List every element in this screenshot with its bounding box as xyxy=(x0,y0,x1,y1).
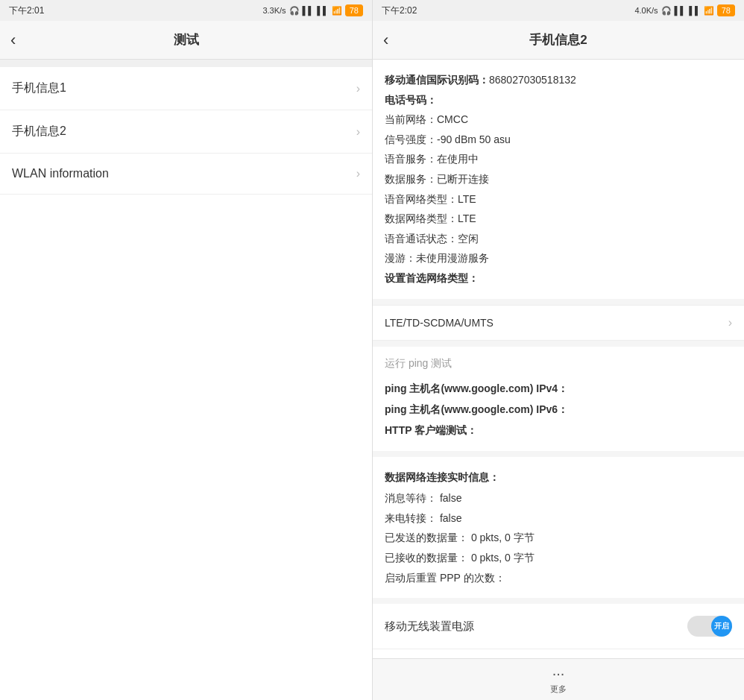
right-battery: 78 xyxy=(717,4,735,16)
imei-line: 移动通信国际识别码：868027030518132 xyxy=(385,70,732,90)
left-time: 下午2:01 xyxy=(9,4,44,17)
left-menu-list: 手机信息1 › 手机信息2 › WLAN information › xyxy=(0,67,372,700)
headphone-icon: 🎧 xyxy=(289,6,300,16)
ppp-resets-line: 启动后重置 PPP 的次数： xyxy=(385,568,732,588)
voice-network-type-line: 语音网络类型：LTE xyxy=(385,189,732,209)
right-nav-bar: ‹ 手机信息2 xyxy=(373,21,744,60)
chevron-right-icon-2: › xyxy=(356,125,360,139)
preferred-network-label: 设置首选网络类型： xyxy=(385,268,732,288)
signal-icon: ▌▌ xyxy=(303,6,315,15)
call-forward-line: 来电转接： false xyxy=(385,508,732,529)
more-icon: ··· xyxy=(552,665,565,682)
right-speed: 4.0K/s xyxy=(634,6,658,15)
switch-thumb-mobile-radio: 开启 xyxy=(711,616,732,637)
toggle-row-mobile-radio[interactable]: 移动无线装置电源 开启 xyxy=(373,604,744,649)
ping-ipv4: ping 主机名(www.google.com) IPv4： xyxy=(385,378,732,399)
right-content-area: 移动通信国际识别码：868027030518132 电话号码： 当前网络：CMC… xyxy=(373,60,744,658)
http-test: HTTP 客户端测试： xyxy=(385,420,732,441)
chevron-right-icon-1: › xyxy=(356,82,360,95)
toggle-label-mobile-radio: 移动无线装置电源 xyxy=(385,619,474,634)
network-type-value: LTE/TD-SCDMA/UMTS xyxy=(385,317,494,329)
right-time: 下午2:02 xyxy=(382,4,417,17)
right-wifi-icon: 📶 xyxy=(704,6,714,16)
toggle-switch-mobile-radio[interactable]: 开启 xyxy=(687,616,732,637)
menu-item-label-wlan-info: WLAN information xyxy=(12,167,109,180)
ping-section: 运行 ping 测试 ping 主机名(www.google.com) IPv4… xyxy=(373,347,744,451)
bottom-bar[interactable]: ··· 更多 xyxy=(373,658,744,700)
roaming-line: 漫游：未使用漫游服务 xyxy=(385,248,732,268)
msg-waiting-line: 消息等待： false xyxy=(385,488,732,508)
network-realtime-title: 数据网络连接实时信息： xyxy=(385,467,732,488)
right-back-button[interactable]: ‹ xyxy=(383,32,388,48)
network-type-selector[interactable]: LTE/TD-SCDMA/UMTS › xyxy=(373,305,744,341)
signal-strength-line: 信号强度：-90 dBm 50 asu xyxy=(385,130,732,150)
current-network-line: 当前网络：CMCC xyxy=(385,110,732,130)
more-label: 更多 xyxy=(550,684,567,695)
menu-item-wlan-info[interactable]: WLAN information › xyxy=(0,154,372,195)
network-realtime-block: 数据网络连接实时信息： 消息等待： false 来电转接： false 已发送的… xyxy=(373,457,744,599)
ping-title: 运行 ping 测试 xyxy=(385,357,732,371)
sent-data-line: 已发送的数据量： 0 pkts, 0 字节 xyxy=(385,528,732,548)
ping-ipv6: ping 主机名(www.google.com) IPv6： xyxy=(385,399,732,420)
toggle-row-volte[interactable]: 已配置 VoLTE 开启 xyxy=(373,649,744,658)
menu-item-label-phone-info1: 手机信息1 xyxy=(12,81,66,96)
left-speed: 3.3K/s xyxy=(262,6,286,15)
right-status-bar: 下午2:02 4.0K/s 🎧 ▌▌ ▌▌ 📶 78 xyxy=(373,0,744,21)
left-status-bar: 下午2:01 3.3K/s 🎧 ▌▌ ▌▌ 📶 78 xyxy=(0,0,372,21)
right-signal-icon: ▌▌ xyxy=(675,6,687,15)
menu-item-label-phone-info2: 手机信息2 xyxy=(12,124,66,139)
wifi-icon: 📶 xyxy=(332,6,342,16)
right-panel: 下午2:02 4.0K/s 🎧 ▌▌ ▌▌ 📶 78 ‹ 手机信息2 移动通信国… xyxy=(372,0,744,700)
right-nav-title: 手机信息2 xyxy=(529,31,587,48)
left-nav-title: 测试 xyxy=(174,31,199,48)
network-type-chevron-icon: › xyxy=(728,316,732,329)
data-network-type-line: 数据网络类型：LTE xyxy=(385,209,732,229)
switch-track-mobile-radio[interactable]: 开启 xyxy=(687,616,732,637)
left-battery: 78 xyxy=(345,4,363,16)
left-panel: 下午2:01 3.3K/s 🎧 ▌▌ ▌▌ 📶 78 ‹ 测试 手机信息1 › … xyxy=(0,0,372,700)
left-nav-bar: ‹ 测试 xyxy=(0,21,372,60)
right-status-icons: 4.0K/s 🎧 ▌▌ ▌▌ 📶 78 xyxy=(634,4,735,16)
chevron-right-icon-3: › xyxy=(356,167,360,180)
menu-item-phone-info2[interactable]: 手机信息2 › xyxy=(0,110,372,154)
right-signal-icon2: ▌▌ xyxy=(689,6,701,15)
right-headphone-icon: 🎧 xyxy=(661,6,672,16)
signal-icon2: ▌▌ xyxy=(317,6,329,15)
device-info-block: 移动通信国际识别码：868027030518132 电话号码： 当前网络：CMC… xyxy=(373,60,744,299)
menu-item-phone-info1[interactable]: 手机信息1 › xyxy=(0,67,372,110)
voice-service-line: 语音服务：在使用中 xyxy=(385,149,732,169)
left-status-icons: 3.3K/s 🎧 ▌▌ ▌▌ 📶 78 xyxy=(262,4,363,16)
left-back-button[interactable]: ‹ xyxy=(10,32,16,48)
phone-number-line: 电话号码： xyxy=(385,90,732,110)
received-data-line: 已接收的数据量： 0 pkts, 0 字节 xyxy=(385,548,732,568)
voice-call-state-line: 语音通话状态：空闲 xyxy=(385,229,732,249)
data-service-line: 数据服务：已断开连接 xyxy=(385,169,732,189)
